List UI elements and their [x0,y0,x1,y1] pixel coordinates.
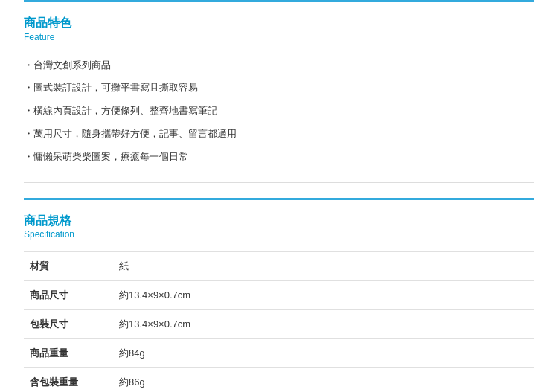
specification-section: 商品規格 Specification 材質 紙 商品尺寸 約13.4×9×0.7… [0,200,558,392]
feature-header: 商品特色 Feature [24,16,534,44]
spec-value-material: 紙 [113,252,534,281]
spec-label-package-size: 包裝尺寸 [24,310,113,339]
spec-header: 商品規格 Specification [24,213,534,242]
feature-list: 台灣文創系列商品 圖式裝訂設計，可攤平書寫且撕取容易 橫線內頁設計，方便條列、整… [24,54,534,169]
spec-row-package-size: 包裝尺寸 約13.4×9×0.7cm [24,310,534,339]
spec-row-product-size: 商品尺寸 約13.4×9×0.7cm [24,281,534,310]
feature-item-5: 慵懶呆萌柴柴圖案，療癒每一個日常 [24,146,534,169]
feature-title-zh: 商品特色 [24,16,534,31]
feature-item-3: 橫線內頁設計，方便條列、整齊地書寫筆記 [24,100,534,123]
feature-item-4: 萬用尺寸，隨身攜帶好方便，記事、留言都適用 [24,123,534,146]
spec-table: 材質 紙 商品尺寸 約13.4×9×0.7cm 包裝尺寸 約13.4×9×0.7… [24,251,534,392]
spec-row-material: 材質 紙 [24,252,534,281]
spec-row-package-weight: 含包裝重量 約86g [24,368,534,392]
feature-item-2: 圖式裝訂設計，可攤平書寫且撕取容易 [24,77,534,100]
spec-label-product-weight: 商品重量 [24,339,113,368]
spec-label-product-size: 商品尺寸 [24,281,113,310]
feature-section: 商品特色 Feature 台灣文創系列商品 圖式裝訂設計，可攤平書寫且撕取容易 … [0,2,558,182]
spec-title-en: Specification [24,228,534,241]
spec-label-material: 材質 [24,252,113,281]
feature-title-en: Feature [24,31,534,44]
gap [0,183,558,198]
spec-label-package-weight: 含包裝重量 [24,368,113,392]
spec-row-product-weight: 商品重量 約84g [24,339,534,368]
feature-item-1: 台灣文創系列商品 [24,54,534,77]
spec-value-package-weight: 約86g [113,368,534,392]
spec-value-package-size: 約13.4×9×0.7cm [113,310,534,339]
spec-title-zh: 商品規格 [24,213,534,229]
spec-value-product-weight: 約84g [113,339,534,368]
spec-value-product-size: 約13.4×9×0.7cm [113,281,534,310]
